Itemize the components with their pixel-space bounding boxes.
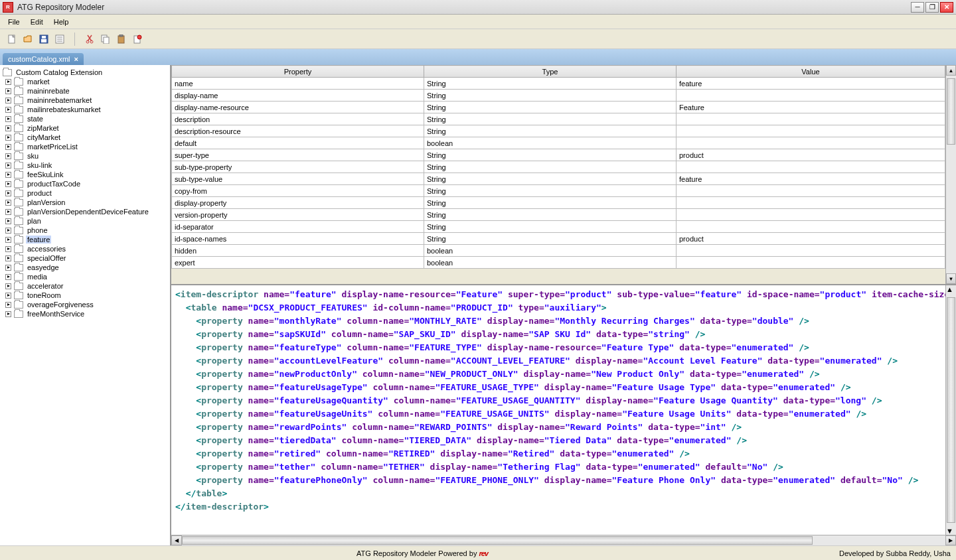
table-row[interactable]: sub-type-propertyString bbox=[172, 161, 945, 173]
tree-toggle-icon[interactable]: ▸ bbox=[5, 190, 11, 196]
tree-item-planVersionDependentDeviceFeature[interactable]: ▸planVersionDependentDeviceFeature bbox=[1, 207, 169, 216]
property-table[interactable]: Property Type Value nameStringfeaturedis… bbox=[171, 65, 945, 269]
minimize-button[interactable]: ─ bbox=[911, 2, 924, 13]
cut-icon[interactable] bbox=[83, 33, 96, 46]
tab-customcatalog[interactable]: customCatalog.xml × bbox=[3, 53, 84, 65]
tree-toggle-icon[interactable]: ▸ bbox=[5, 79, 11, 85]
table-row[interactable]: descriptionString bbox=[172, 113, 945, 125]
tree-item-cityMarket[interactable]: ▸cityMarket bbox=[1, 133, 169, 142]
cell-type[interactable]: String bbox=[424, 221, 677, 233]
tree-item-feeSkuLink[interactable]: ▸feeSkuLink bbox=[1, 170, 169, 179]
tree-item-maininrebate[interactable]: ▸maininrebate bbox=[1, 86, 169, 96]
table-scrollbar-v[interactable]: ▲ ▼ bbox=[945, 65, 956, 284]
tree-item-specialOffer[interactable]: ▸specialOffer bbox=[1, 253, 169, 263]
table-row[interactable]: display-nameString bbox=[172, 90, 945, 102]
save-icon[interactable] bbox=[37, 33, 50, 46]
paste-icon[interactable] bbox=[115, 33, 128, 46]
cell-value[interactable] bbox=[677, 245, 945, 257]
tree-toggle-icon[interactable]: ▸ bbox=[5, 209, 11, 215]
tree-toggle-icon[interactable]: ▸ bbox=[5, 153, 11, 159]
tree-item-productTaxCode[interactable]: ▸productTaxCode bbox=[1, 179, 169, 188]
table-row[interactable]: defaultboolean bbox=[172, 137, 945, 149]
table-row[interactable]: display-name-resourceStringFeature bbox=[172, 102, 945, 113]
cell-property[interactable]: id-space-names bbox=[172, 233, 424, 245]
menu-file[interactable]: File bbox=[3, 17, 25, 27]
cell-value[interactable]: feature bbox=[677, 78, 945, 90]
tab-close-icon[interactable]: × bbox=[74, 55, 78, 63]
scroll-up-icon[interactable]: ▲ bbox=[946, 285, 956, 293]
tree-toggle-icon[interactable]: ▸ bbox=[5, 265, 11, 271]
cell-property[interactable]: sub-type-value bbox=[172, 173, 424, 185]
tree-toggle-icon[interactable]: ▸ bbox=[5, 283, 11, 289]
tree-toggle-icon[interactable]: ▸ bbox=[5, 125, 11, 131]
cell-type[interactable]: String bbox=[424, 173, 677, 185]
xml-source-view[interactable]: <item-descriptor name="feature" display-… bbox=[171, 285, 945, 535]
col-property[interactable]: Property bbox=[172, 66, 424, 78]
tree-toggle-icon[interactable]: ▸ bbox=[5, 200, 11, 206]
scrollbar-thumb[interactable] bbox=[947, 297, 955, 523]
table-row[interactable]: id-space-namesStringproduct bbox=[172, 233, 945, 245]
cell-property[interactable]: description-resource bbox=[172, 125, 424, 137]
tree-toggle-icon[interactable]: ▸ bbox=[5, 163, 11, 169]
cell-type[interactable]: boolean bbox=[424, 257, 677, 269]
table-row[interactable]: version-propertyString bbox=[172, 209, 945, 221]
cell-value[interactable] bbox=[677, 90, 945, 102]
tree-root[interactable]: Custom Catalog Extension bbox=[1, 68, 169, 77]
cell-property[interactable]: display-name bbox=[172, 90, 424, 102]
tree-item-sku[interactable]: ▸sku bbox=[1, 151, 169, 161]
cell-type[interactable]: String bbox=[424, 125, 677, 137]
tree-toggle-icon[interactable]: ▸ bbox=[5, 181, 11, 187]
tree-sidebar[interactable]: Custom Catalog Extension ▸market▸maininr… bbox=[0, 65, 171, 545]
cell-value[interactable]: product bbox=[677, 149, 945, 161]
tree-item-market[interactable]: ▸market bbox=[1, 77, 169, 86]
menu-edit[interactable]: Edit bbox=[25, 17, 48, 27]
tree-item-media[interactable]: ▸media bbox=[1, 272, 169, 281]
tree-item-mailinrebateskumarket[interactable]: ▸mailinrebateskumarket bbox=[1, 105, 169, 114]
open-folder-icon[interactable] bbox=[21, 33, 35, 46]
cell-property[interactable]: copy-from bbox=[172, 185, 424, 197]
cell-value[interactable]: Feature bbox=[677, 102, 945, 113]
table-row[interactable]: display-propertyString bbox=[172, 197, 945, 209]
cell-value[interactable] bbox=[677, 221, 945, 233]
cell-property[interactable]: super-type bbox=[172, 149, 424, 161]
cell-value[interactable] bbox=[677, 197, 945, 209]
scroll-right-icon[interactable]: ▶ bbox=[945, 535, 956, 545]
tree-toggle-icon[interactable]: ▸ bbox=[5, 144, 11, 150]
scrollbar-thumb[interactable] bbox=[182, 536, 813, 545]
cell-value[interactable] bbox=[677, 137, 945, 149]
table-row[interactable]: hiddenboolean bbox=[172, 245, 945, 257]
tree-toggle-icon[interactable]: ▸ bbox=[5, 246, 11, 252]
cell-property[interactable]: version-property bbox=[172, 209, 424, 221]
cell-value[interactable] bbox=[677, 209, 945, 221]
scroll-left-icon[interactable]: ◀ bbox=[171, 535, 182, 545]
col-type[interactable]: Type bbox=[424, 66, 677, 78]
tree-item-plan[interactable]: ▸plan bbox=[1, 216, 169, 226]
tree-toggle-icon[interactable]: ▸ bbox=[5, 107, 11, 113]
cell-type[interactable]: String bbox=[424, 78, 677, 90]
cell-type[interactable]: String bbox=[424, 161, 677, 173]
table-row[interactable]: id-separatorString bbox=[172, 221, 945, 233]
tree-toggle-icon[interactable]: ▸ bbox=[5, 274, 11, 280]
tree-toggle-icon[interactable]: ▸ bbox=[5, 255, 11, 261]
tree-item-easyedge[interactable]: ▸easyedge bbox=[1, 263, 169, 272]
scroll-up-icon[interactable]: ▲ bbox=[946, 65, 956, 76]
cell-property[interactable]: display-name-resource bbox=[172, 102, 424, 113]
cell-property[interactable]: id-separator bbox=[172, 221, 424, 233]
cell-property[interactable]: display-property bbox=[172, 197, 424, 209]
tree-item-overageForgiveness[interactable]: ▸overageForgiveness bbox=[1, 300, 169, 309]
cell-type[interactable]: String bbox=[424, 113, 677, 125]
cell-type[interactable]: String bbox=[424, 209, 677, 221]
table-row[interactable]: description-resourceString bbox=[172, 125, 945, 137]
tree-item-accessories[interactable]: ▸accessories bbox=[1, 244, 169, 253]
tree-item-feature[interactable]: ▸feature bbox=[1, 235, 169, 244]
table-row[interactable]: sub-type-valueStringfeature bbox=[172, 173, 945, 185]
tree-toggle-icon[interactable]: ▸ bbox=[5, 135, 11, 141]
cell-property[interactable]: name bbox=[172, 78, 424, 90]
table-row[interactable]: nameStringfeature bbox=[172, 78, 945, 90]
cell-property[interactable]: default bbox=[172, 137, 424, 149]
tree-item-marketPriceList[interactable]: ▸marketPriceList bbox=[1, 142, 169, 151]
maximize-button[interactable]: ❐ bbox=[925, 2, 939, 13]
save-all-icon[interactable] bbox=[53, 33, 66, 46]
cell-property[interactable]: expert bbox=[172, 257, 424, 269]
xml-scrollbar-v[interactable]: ▲ ▼ bbox=[945, 285, 956, 535]
